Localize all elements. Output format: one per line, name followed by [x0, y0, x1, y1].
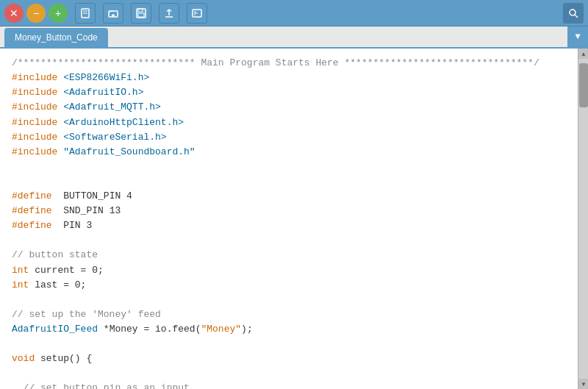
code-line-comment-btn: // button state: [12, 248, 566, 263]
new-button[interactable]: [75, 3, 96, 24]
tab-dropdown-button[interactable]: ▼: [567, 26, 588, 47]
tab-money-button-code[interactable]: Money_Button_Code: [4, 28, 108, 47]
open-icon: [108, 8, 118, 18]
dropdown-icon: ▼: [575, 32, 580, 42]
serial-monitor-button[interactable]: [187, 3, 207, 24]
code-line-comment-feed: // set up the 'Money' feed: [12, 307, 566, 322]
search-button[interactable]: [563, 3, 584, 24]
code-line-empty-2: [12, 174, 566, 189]
code-line-include-5: #include <SoftwareSerial.h>: [12, 130, 566, 145]
upload-icon: [164, 8, 174, 18]
maximize-button[interactable]: +: [49, 4, 68, 23]
app-window: ✕ − +: [0, 0, 588, 389]
code-line-empty-4: [12, 293, 566, 307]
scroll-down-arrow[interactable]: ▼: [578, 379, 588, 389]
code-line-include-4: #include <ArduinoHttpClient.h>: [12, 115, 566, 130]
code-line-empty-6: [12, 366, 566, 381]
tab-label: Money_Button_Code: [15, 32, 98, 43]
save-icon: [136, 8, 146, 18]
code-line-include-2: #include <AdafruitIO.h>: [12, 85, 566, 100]
code-line-empty-3: [12, 233, 566, 248]
code-line-define-1: #define BUTTON_PIN 4: [12, 189, 566, 204]
code-line-last: int last = 0;: [12, 278, 566, 293]
code-line-include-3: #include <Adafruit_MQTT.h>: [12, 100, 566, 115]
code-line-define-2: #define SND_PIN 13: [12, 204, 566, 218]
close-button[interactable]: ✕: [4, 4, 24, 23]
scroll-up-arrow[interactable]: ▲: [578, 49, 588, 59]
code-line-empty-1: [12, 160, 566, 174]
serial-icon: [192, 8, 202, 18]
code-line-include-1: #include <ESP8266WiFi.h>: [12, 71, 566, 85]
upload-button[interactable]: [159, 3, 179, 24]
save-button[interactable]: [131, 3, 151, 24]
open-button[interactable]: [103, 3, 123, 24]
code-line-include-6: #include "Adafruit_Soundboard.h": [12, 145, 566, 160]
code-line-setup: void setup() {: [12, 351, 566, 366]
minimize-button[interactable]: −: [26, 4, 46, 23]
toolbar: ✕ − +: [0, 0, 588, 26]
code-area[interactable]: /******************************* Main Pr…: [0, 49, 578, 389]
code-line-define-3: #define PIN 3: [12, 218, 566, 233]
new-icon: [80, 8, 90, 18]
tab-bar: Money_Button_Code ▼: [0, 26, 588, 49]
comment-text: /******************************* Main Pr…: [12, 57, 539, 68]
code-line-empty-5: [12, 337, 566, 351]
editor: /******************************* Main Pr…: [0, 49, 588, 389]
code-line-current: int current = 0;: [12, 263, 566, 278]
code-line-comment-pin: // set button pin as an input: [12, 381, 566, 389]
search-icon: [568, 8, 578, 18]
svg-point-18: [570, 10, 576, 15]
code-line-feed: AdafruitIO_Feed *Money = io.feed("Money"…: [12, 322, 566, 337]
code-line-comment-header: /******************************* Main Pr…: [12, 56, 566, 71]
scrollbar-vertical[interactable]: ▲ ▼: [578, 49, 588, 389]
scroll-thumb[interactable]: [579, 63, 588, 107]
svg-rect-9: [138, 13, 144, 17]
svg-line-19: [575, 15, 578, 18]
